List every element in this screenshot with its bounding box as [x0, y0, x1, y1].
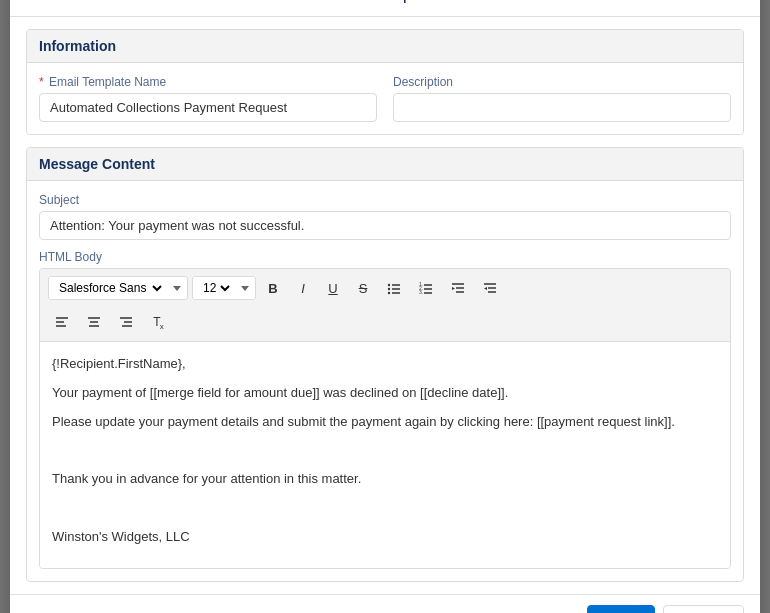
- editor-content[interactable]: {!Recipient.FirstName}, Your payment of …: [40, 342, 730, 568]
- template-name-input[interactable]: [39, 93, 377, 122]
- font-family-select[interactable]: Salesforce Sans: [48, 276, 188, 300]
- strikethrough-icon: S: [359, 281, 368, 296]
- unordered-list-icon: [387, 281, 401, 295]
- outdent-button[interactable]: [476, 275, 504, 301]
- outdent-icon: [483, 281, 497, 295]
- clear-format-icon: Tx: [153, 315, 160, 329]
- align-left-icon: [55, 315, 69, 329]
- html-body-editor: Salesforce Sans 12: [39, 268, 731, 569]
- svg-point-4: [388, 292, 390, 294]
- align-center-button[interactable]: [80, 309, 108, 335]
- indent-icon: [451, 281, 465, 295]
- modal-body: Information * Email Template Name Descri…: [10, 17, 760, 594]
- bold-button[interactable]: B: [260, 275, 286, 301]
- ordered-list-button[interactable]: 1. 2. 3.: [412, 275, 440, 301]
- message-content-body: Subject HTML Body Salesforce Sans: [27, 181, 743, 581]
- editor-toolbar: Salesforce Sans 12: [40, 269, 730, 342]
- ordered-list-icon: 1. 2. 3.: [419, 281, 433, 295]
- description-input[interactable]: [393, 93, 731, 122]
- align-center-icon: [87, 315, 101, 329]
- indent-button[interactable]: [444, 275, 472, 301]
- information-section-header: Information: [27, 30, 743, 63]
- body-line1: {!Recipient.FirstName},: [52, 354, 718, 375]
- font-size-select[interactable]: 12: [192, 276, 256, 300]
- font-family-chevron-icon: [173, 286, 181, 291]
- toolbar-row-1: Salesforce Sans 12: [48, 275, 722, 301]
- body-line7: Winston's Widgets, LLC: [52, 527, 718, 548]
- information-form-row: * Email Template Name Description: [39, 75, 731, 122]
- clear-format-button[interactable]: Tx: [144, 309, 170, 335]
- body-line6: [52, 498, 718, 519]
- svg-point-0: [388, 284, 390, 286]
- message-content-header: Message Content: [27, 148, 743, 181]
- font-family-dropdown[interactable]: Salesforce Sans: [55, 280, 165, 296]
- italic-button[interactable]: I: [290, 275, 316, 301]
- subject-input[interactable]: [39, 211, 731, 240]
- body-line2: Your payment of [[merge field for amount…: [52, 383, 718, 404]
- bold-icon: B: [268, 281, 277, 296]
- modal-title: Email Templates: [34, 0, 736, 4]
- align-left-button[interactable]: [48, 309, 76, 335]
- body-line3: Please update your payment details and s…: [52, 412, 718, 433]
- template-name-group: * Email Template Name: [39, 75, 377, 122]
- underline-icon: U: [328, 281, 337, 296]
- cancel-button[interactable]: Cancel: [663, 605, 744, 613]
- body-line5: Thank you in advance for your attention …: [52, 469, 718, 490]
- description-label: Description: [393, 75, 731, 89]
- message-content-section: Message Content Subject HTML Body: [26, 147, 744, 582]
- body-line4: [52, 441, 718, 462]
- svg-point-2: [388, 288, 390, 290]
- strikethrough-button[interactable]: S: [350, 275, 376, 301]
- toolbar-row-2: Tx: [48, 309, 722, 335]
- subject-group: Subject: [39, 193, 731, 240]
- italic-icon: I: [301, 281, 305, 296]
- information-section-body: * Email Template Name Description: [27, 63, 743, 134]
- font-size-chevron-icon: [241, 286, 249, 291]
- underline-button[interactable]: U: [320, 275, 346, 301]
- modal: Email Templates Information * Email Temp…: [10, 0, 760, 613]
- svg-text:3.: 3.: [419, 289, 423, 295]
- modal-footer: Save Cancel: [10, 594, 760, 613]
- html-body-label: HTML Body: [39, 250, 731, 264]
- unordered-list-button[interactable]: [380, 275, 408, 301]
- align-right-icon: [119, 315, 133, 329]
- modal-header: Email Templates: [10, 0, 760, 17]
- description-group: Description: [393, 75, 731, 122]
- font-size-dropdown[interactable]: 12: [199, 280, 233, 296]
- save-button[interactable]: Save: [587, 605, 655, 613]
- subject-label: Subject: [39, 193, 731, 207]
- modal-overlay: Email Templates Information * Email Temp…: [0, 0, 770, 613]
- information-section: Information * Email Template Name Descri…: [26, 29, 744, 135]
- required-indicator: *: [39, 75, 44, 89]
- template-name-label: * Email Template Name: [39, 75, 377, 89]
- align-right-button[interactable]: [112, 309, 140, 335]
